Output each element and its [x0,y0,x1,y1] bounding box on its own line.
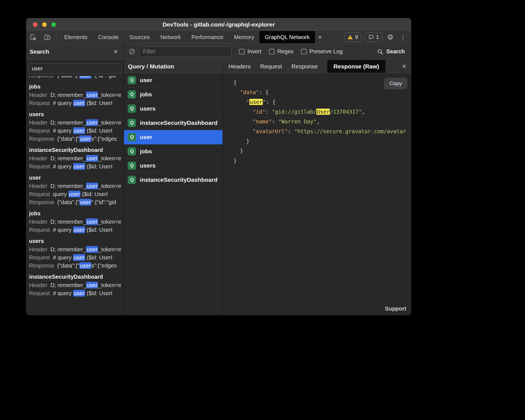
search-panel: Search ✕ Response{"data":{"user":{"id":"… [26,44,124,315]
result-text: # query user ($id: UserI [53,127,113,134]
search-result-row[interactable]: HeaderD; remember_user_token=e [26,218,124,226]
result-text: {"data":{"users":{"edges [57,135,117,142]
tab-network[interactable]: Network [155,31,186,43]
search-panel-title: Search [30,48,49,55]
filter-input[interactable] [139,46,232,57]
warning-icon [347,34,353,40]
query-list-item[interactable]: Qjobs [124,144,223,159]
search-result-row[interactable]: Response{"data":{"user":{"id":"gid [26,76,124,80]
search-result-row[interactable]: Response{"data":{"user":{"id":"gid [26,198,124,206]
device-toolbar-icon[interactable] [40,31,54,43]
more-tabs-chevron[interactable]: » [315,31,325,43]
search-group-title[interactable]: users [26,234,124,245]
search-result-row[interactable]: HeaderD; remember_user_token=e [26,245,124,254]
detail-tab-headers[interactable]: Headers [228,60,250,73]
search-group-title[interactable]: jobs [26,80,124,91]
query-panel-title: Query / Mutation [128,63,174,70]
search-result-row[interactable]: Requestquery user ($id: UserI [26,190,124,198]
json-line: "name": "Warren Day", [233,117,411,127]
result-field-label: Response [29,262,54,269]
filter-checkboxes: InvertRegexPreserve Log [232,48,343,55]
result-field-label: Request [29,128,50,134]
copy-button[interactable]: Copy [384,78,407,89]
detail-panel: HeadersRequestResponseResponse (Raw) ✕ C… [223,60,411,315]
checkbox-invert[interactable]: Invert [239,48,261,55]
checkbox-label: Regex [277,48,293,55]
result-text: D; remember_user_token=e [51,218,121,225]
messages-badge[interactable]: 1 [365,33,382,42]
checkbox-box-regex [269,49,275,54]
tab-graphql-network[interactable]: GraphQL Network [259,31,315,43]
search-result-row[interactable]: Request# query user ($id: UserI [26,99,124,107]
search-result-row[interactable]: Request# query user ($id: UserI [26,163,124,171]
zoom-window-button[interactable] [51,22,56,27]
query-list-item[interactable]: Quser [124,73,223,87]
close-detail-icon[interactable]: ✕ [397,62,411,71]
search-result-row[interactable]: Request# query user ($id: UserI [26,254,124,262]
query-list-item[interactable]: Quser [124,130,223,144]
kebab-menu-icon[interactable]: ⋮ [398,34,408,41]
block-icon[interactable] [128,48,135,55]
settings-gear-icon[interactable]: ⚙ [386,34,395,41]
result-text: {"data":{"user":{"id":"gid [57,199,116,206]
close-search-icon[interactable]: ✕ [111,47,120,56]
detail-tab-response[interactable]: Response [292,60,318,73]
close-window-button[interactable] [33,22,37,27]
search-result-row[interactable]: HeaderD; remember_user_token=e [26,182,124,190]
tab-sources[interactable]: Sources [124,31,155,43]
checkbox-regex[interactable]: Regex [269,48,293,55]
search-result-row[interactable]: HeaderD; remember_user_token=e [26,281,124,289]
query-list-item[interactable]: QinstanceSecurityDashboard [124,173,223,187]
filter-bar: InvertRegexPreserve Log Search [124,44,411,60]
query-type-badge: Q [128,76,136,84]
tab-console[interactable]: Console [93,31,124,43]
result-field-label: Response [29,136,54,142]
search-result-row[interactable]: HeaderD; remember_user_token=e [26,91,124,99]
json-line: } [233,146,411,156]
query-type-badge: Q [128,161,136,170]
checkbox-preserve-log[interactable]: Preserve Log [301,48,343,55]
tab-performance[interactable]: Performance [186,31,229,43]
search-result-row[interactable]: Request# query user ($id: UserI [26,226,124,234]
result-field-label: Header [29,282,47,288]
query-list-item[interactable]: QinstanceSecurityDashboard [124,116,223,130]
search-result-row[interactable]: Request# query user ($id: UserI [26,127,124,135]
search-input[interactable] [28,63,122,74]
search-result-row[interactable]: HeaderD; remember_user_token=e [26,119,124,127]
result-text: D; remember_user_token=e [51,92,121,98]
result-field-label: Header [29,120,47,126]
search-result-row[interactable]: Response{"data":{"users":{"edges [26,262,124,270]
json-line: } [233,156,411,166]
tab-elements[interactable]: Elements [59,31,93,43]
result-field-label: Header [29,155,47,161]
content-row: Query / Mutation QuserQjobsQusersQinstan… [124,60,411,315]
search-group-title[interactable]: user [26,171,124,182]
search-group-title[interactable]: instanceSecurityDashboard [26,143,124,154]
query-type-badge: Q [128,119,136,127]
devtools-tab-strip: ElementsConsoleSourcesNetworkPerformance… [59,31,315,43]
detail-tabs-bar: HeadersRequestResponseResponse (Raw) ✕ [223,60,411,73]
support-link[interactable]: Support [385,306,406,312]
tab-memory[interactable]: Memory [229,31,259,43]
result-field-label: Response [29,76,54,78]
search-group-title[interactable]: jobs [26,206,124,218]
result-field-label: Request [29,100,50,106]
query-list-item[interactable]: Qjobs [124,87,223,102]
minimize-window-button[interactable] [42,22,47,27]
search-group-title[interactable]: users [26,107,124,119]
search-group-title[interactable]: instanceSecurityDashboard [26,270,124,281]
search-control[interactable]: Search [377,48,407,55]
inspect-icon[interactable] [26,31,40,43]
detail-tab-response-raw[interactable]: Response (Raw) [327,60,385,73]
message-icon [368,34,374,40]
search-result-row[interactable]: HeaderD; remember_user_token=e [26,154,124,163]
query-list-item[interactable]: Qusers [124,102,223,116]
devtools-main: Search ✕ Response{"data":{"user":{"id":"… [26,44,411,315]
query-list-item[interactable]: Qusers [124,159,223,173]
warning-count: 9 [355,34,358,40]
detail-tab-request[interactable]: Request [260,60,282,73]
warnings-badge[interactable]: 9 [344,33,361,42]
titlebar: DevTools - gitlab.com/-/graphql-explorer [26,18,411,31]
search-result-row[interactable]: Response{"data":{"users":{"edges [26,135,124,143]
search-result-row[interactable]: Request# query user ($id: UserI [26,289,124,297]
